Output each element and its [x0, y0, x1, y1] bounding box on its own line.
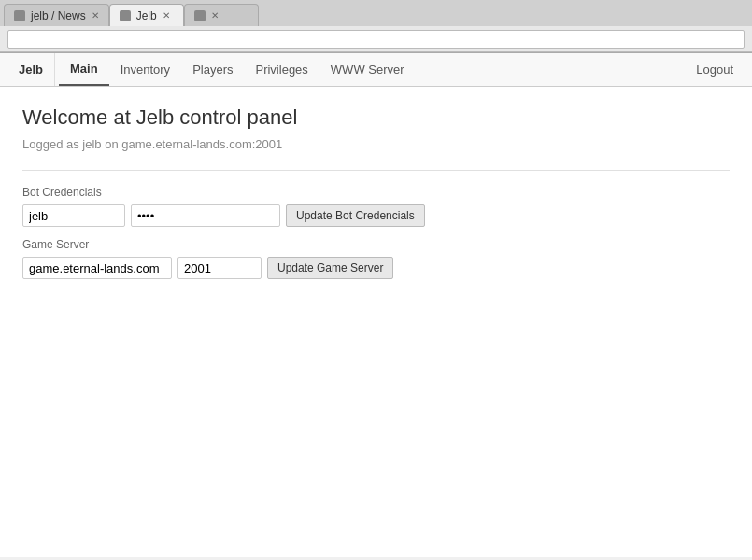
- tab-1-icon: [14, 10, 25, 21]
- tab-1-close[interactable]: ✕: [92, 10, 99, 21]
- top-nav: Jelb Main Inventory Players Privileges W…: [0, 53, 752, 87]
- logged-in-text: Logged as jelb on game.eternal-lands.com…: [22, 137, 730, 151]
- logout-button[interactable]: Logout: [685, 53, 745, 86]
- tab-2[interactable]: Jelb ✕: [109, 4, 184, 26]
- tab-3[interactable]: ✕: [184, 4, 259, 26]
- divider: [22, 170, 730, 171]
- tab-2-icon: [120, 10, 131, 21]
- game-server-port-input[interactable]: [177, 257, 262, 279]
- browser-chrome: jelb / News ✕ Jelb ✕ ✕: [0, 0, 752, 53]
- tab-2-close[interactable]: ✕: [163, 10, 170, 21]
- game-server-label: Game Server: [22, 238, 730, 251]
- bot-username-input[interactable]: [22, 204, 125, 227]
- game-server-section: Game Server Update Game Server: [22, 238, 730, 279]
- update-game-server-button[interactable]: Update Game Server: [267, 257, 393, 279]
- nav-item-www-server[interactable]: WWW Server: [319, 53, 416, 86]
- bot-credentials-label: Bot Credencials: [22, 186, 730, 199]
- nav-item-players[interactable]: Players: [181, 53, 244, 86]
- tab-3-icon: [194, 10, 206, 21]
- tab-2-label: Jelb: [136, 9, 157, 22]
- bot-password-input[interactable]: [131, 204, 280, 227]
- tab-1[interactable]: jelb / News ✕: [4, 4, 109, 26]
- tab-bar: jelb / News ✕ Jelb ✕ ✕: [0, 0, 752, 26]
- app-wrapper: Jelb Main Inventory Players Privileges W…: [0, 53, 752, 557]
- nav-item-inventory[interactable]: Inventory: [109, 53, 181, 86]
- nav-item-privileges[interactable]: Privileges: [244, 53, 319, 86]
- update-bot-credentials-button[interactable]: Update Bot Credencials: [286, 204, 425, 227]
- tab-3-close[interactable]: ✕: [211, 10, 219, 21]
- tab-1-label: jelb / News: [31, 9, 86, 22]
- nav-brand: Jelb: [7, 53, 55, 86]
- bot-credentials-section: Bot Credencials Update Bot Credencials: [22, 186, 730, 227]
- game-server-host-input[interactable]: [22, 257, 172, 279]
- game-server-row: Update Game Server: [22, 257, 730, 279]
- bot-credentials-row: Update Bot Credencials: [22, 204, 730, 227]
- address-input[interactable]: [7, 30, 745, 49]
- main-content: Welcome at Jelb control panel Logged as …: [0, 87, 752, 301]
- page-title: Welcome at Jelb control panel: [22, 105, 730, 130]
- address-bar: [0, 26, 752, 52]
- nav-item-main[interactable]: Main: [59, 53, 109, 86]
